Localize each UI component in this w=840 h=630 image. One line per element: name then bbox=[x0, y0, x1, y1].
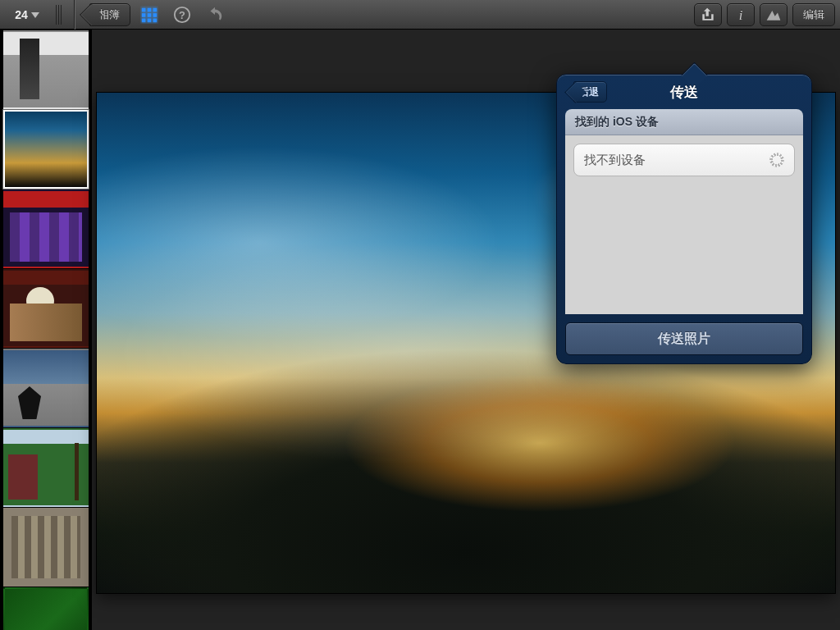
adjust-icon bbox=[765, 7, 782, 23]
beam-popover: 后退 传送 找到的 iOS 设备 找不到设备 传送照片 bbox=[556, 74, 812, 364]
popover-body: 找到的 iOS 设备 找不到设备 bbox=[565, 109, 803, 314]
svg-rect-0 bbox=[142, 7, 146, 11]
device-empty-label: 找不到设备 bbox=[584, 153, 646, 168]
thumbnail[interactable] bbox=[3, 508, 89, 587]
svg-rect-3 bbox=[142, 13, 146, 17]
thumbnail[interactable] bbox=[3, 30, 89, 109]
loading-spinner-icon bbox=[769, 153, 784, 167]
share-button[interactable] bbox=[694, 3, 722, 26]
svg-rect-7 bbox=[148, 18, 152, 22]
photo-count-dropdown[interactable]: 24 bbox=[5, 4, 49, 25]
grid-view-button[interactable] bbox=[135, 3, 163, 26]
popover-footer: 传送照片 bbox=[557, 314, 811, 363]
svg-rect-6 bbox=[142, 18, 146, 22]
svg-rect-8 bbox=[153, 18, 158, 22]
svg-rect-5 bbox=[153, 13, 158, 17]
thumbnail-strip[interactable] bbox=[0, 30, 92, 630]
albums-back-button[interactable]: 相簿 bbox=[89, 3, 130, 26]
device-list-empty-row: 找不到设备 bbox=[573, 144, 795, 176]
beam-photo-button[interactable]: 传送照片 bbox=[565, 322, 803, 355]
popover-section-header: 找到的 iOS 设备 bbox=[565, 109, 803, 135]
popover-header: 后退 传送 bbox=[557, 75, 811, 109]
toolbar: 24 相簿 ? i 编辑 bbox=[0, 0, 840, 30]
undo-icon bbox=[206, 6, 224, 24]
photo-viewer: 后退 传送 找到的 iOS 设备 找不到设备 传送照片 bbox=[92, 30, 840, 630]
popover-back-button[interactable]: 后退 bbox=[573, 81, 607, 103]
svg-rect-2 bbox=[153, 7, 158, 11]
grid-icon bbox=[140, 6, 158, 24]
undo-button[interactable] bbox=[201, 3, 229, 26]
popover-title: 传送 bbox=[670, 83, 698, 102]
svg-text:i: i bbox=[739, 7, 743, 22]
toolbar-divider bbox=[74, 0, 75, 30]
help-icon: ? bbox=[173, 6, 191, 24]
svg-rect-1 bbox=[148, 7, 152, 11]
thumbnail[interactable] bbox=[3, 269, 89, 348]
adjust-button[interactable] bbox=[760, 3, 788, 26]
thumbnail[interactable] bbox=[3, 428, 89, 507]
thumbnail[interactable] bbox=[3, 587, 89, 630]
beam-photo-label: 传送照片 bbox=[658, 331, 710, 345]
thumbnail[interactable] bbox=[3, 110, 89, 189]
info-icon: i bbox=[733, 7, 749, 23]
panel-grip-icon[interactable] bbox=[56, 4, 64, 25]
popover-section-header-label: 找到的 iOS 设备 bbox=[575, 115, 659, 130]
thumbnail[interactable] bbox=[3, 189, 89, 268]
thumbnail[interactable] bbox=[3, 349, 89, 427]
info-button[interactable]: i bbox=[727, 3, 755, 26]
albums-back-label: 相簿 bbox=[98, 7, 120, 22]
chevron-down-icon bbox=[31, 11, 39, 19]
popover-back-label: 后退 bbox=[579, 85, 599, 99]
share-icon bbox=[700, 7, 716, 23]
device-list: 找不到设备 bbox=[565, 135, 803, 314]
photo-count-label: 24 bbox=[15, 8, 28, 21]
help-button[interactable]: ? bbox=[168, 3, 196, 26]
svg-rect-4 bbox=[148, 13, 152, 17]
edit-button-label: 编辑 bbox=[803, 7, 824, 22]
edit-button[interactable]: 编辑 bbox=[792, 3, 835, 26]
content-area: 后退 传送 找到的 iOS 设备 找不到设备 传送照片 bbox=[0, 30, 840, 630]
svg-text:?: ? bbox=[179, 8, 185, 21]
